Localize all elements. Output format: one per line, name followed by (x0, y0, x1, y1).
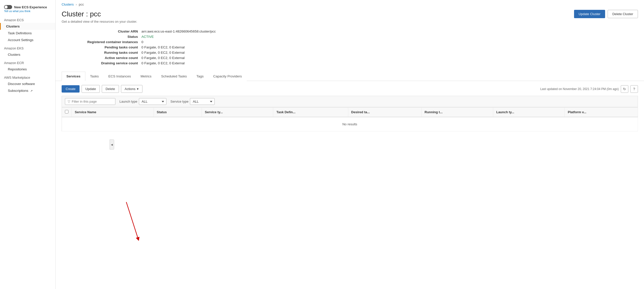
tell-us-link[interactable]: Tell us what you think (0, 10, 55, 15)
refresh-button[interactable]: ↻ (621, 85, 628, 93)
new-ecs-experience-toggle[interactable]: New ECS Experience (0, 3, 55, 10)
filter-row: ▽ Launch type ALL FARGATE EC2 EXTERNAL S… (62, 96, 638, 107)
actions-chevron-icon: ▾ (137, 87, 139, 91)
launch-type-select[interactable]: ALL FARGATE EC2 EXTERNAL (139, 98, 166, 105)
no-results-text: No results (62, 117, 638, 131)
sidebar-section-marketplace: AWS Marketplace (0, 73, 55, 80)
sidebar: New ECS Experience Tell us what you thin… (0, 0, 56, 289)
sidebar-section-eks: Amazon EKS (0, 43, 55, 51)
running-tasks-value: 0 Fargate, 0 EC2, 0 External (141, 51, 185, 54)
cluster-status-value: ACTIVE (141, 35, 154, 39)
actions-dropdown-button[interactable]: Actions ▾ (121, 85, 143, 93)
sidebar-item-subscriptions[interactable]: Subscriptions ↗ (0, 87, 55, 94)
sidebar-item-account-settings[interactable]: Account Settings (0, 37, 55, 43)
tab-tasks[interactable]: Tasks (85, 72, 104, 81)
tab-metrics[interactable]: Metrics (136, 72, 156, 81)
select-all-checkbox[interactable] (65, 110, 68, 113)
refresh-icon: ↻ (623, 87, 626, 91)
cluster-info: Cluster ARN arn:aws:ecs:us-east-1:482660… (56, 27, 644, 72)
red-arrow-annotation (121, 202, 152, 252)
cluster-arn-row: Cluster ARN arn:aws:ecs:us-east-1:482660… (76, 30, 638, 33)
last-updated-text: Last updated on November 20, 2021 7:24:0… (540, 87, 619, 91)
col-service-type: Service ty... (202, 107, 273, 117)
services-table: Service Name Status Service ty... Task D… (62, 107, 638, 131)
external-link-icon: ↗ (30, 89, 33, 92)
sidebar-item-clusters-eks[interactable]: Clusters (0, 51, 55, 58)
col-task-def: Task Defin... (273, 107, 348, 117)
pending-tasks-row: Pending tasks count 0 Fargate, 0 EC2, 0 … (76, 45, 638, 49)
filter-input[interactable] (72, 100, 112, 103)
update-cluster-button[interactable]: Update Cluster (574, 10, 605, 18)
tab-ecs-instances[interactable]: ECS Instances (104, 72, 136, 81)
sidebar-section-ecs: Amazon ECS (0, 15, 55, 23)
active-service-label: Active service count (76, 56, 141, 60)
tab-services[interactable]: Services (62, 72, 85, 81)
draining-service-value: 0 Fargate, 0 EC2, 0 External (141, 61, 185, 65)
sidebar-section-ecr: Amazon ECR (0, 58, 55, 66)
col-checkbox[interactable] (62, 107, 72, 117)
table-header-row: Service Name Status Service ty... Task D… (62, 107, 638, 117)
sidebar-item-discover-software[interactable]: Discover software (0, 80, 55, 87)
launch-type-filter: Launch type ALL FARGATE EC2 EXTERNAL (119, 98, 166, 105)
sidebar-item-clusters-ecs[interactable]: Clusters (0, 23, 55, 30)
breadcrumb-separator: › (76, 3, 77, 6)
breadcrumb: Clusters › pcc (56, 0, 644, 9)
pending-tasks-value: 0 Fargate, 0 EC2, 0 External (141, 45, 185, 49)
pending-tasks-label: Pending tasks count (76, 45, 141, 49)
filter-icon: ▽ (68, 100, 70, 103)
tab-capacity-providers[interactable]: Capacity Providers (208, 72, 246, 81)
draining-service-label: Draining service count (76, 61, 141, 65)
service-type-select[interactable]: ALL REPLICA DAEMON (190, 98, 215, 105)
page-header: Cluster : pcc Update Cluster Delete Clus… (56, 9, 644, 19)
help-button[interactable]: ? (630, 85, 638, 93)
launch-type-label: Launch type (119, 100, 137, 103)
tabs: Services Tasks ECS Instances Metrics Sch… (56, 72, 644, 81)
col-launch-type: Launch ty... (493, 107, 564, 117)
active-service-row: Active service count 0 Fargate, 0 EC2, 0… (76, 56, 638, 60)
col-running-tasks: Running t... (422, 107, 493, 117)
registered-instances-row: Registered container instances 0 (76, 40, 638, 44)
cluster-arn-label: Cluster ARN (76, 30, 141, 33)
tab-scheduled-tasks[interactable]: Scheduled Tasks (156, 72, 192, 81)
registered-instances-label: Registered container instances (76, 40, 141, 44)
running-tasks-row: Running tasks count 0 Fargate, 0 EC2, 0 … (76, 51, 638, 54)
toolbar-right: Last updated on November 20, 2021 7:24:0… (540, 85, 638, 93)
sidebar-collapse-button[interactable]: ◀ (110, 139, 114, 150)
no-results-row: No results (62, 117, 638, 131)
actions-label: Actions (125, 87, 136, 91)
tab-tags[interactable]: Tags (192, 72, 209, 81)
breadcrumb-current: pcc (79, 3, 84, 6)
registered-instances-value: 0 (141, 40, 143, 44)
services-toolbar: Create Update Delete Actions ▾ Last upda… (62, 85, 638, 93)
draining-service-row: Draining service count 0 Fargate, 0 EC2,… (76, 61, 638, 65)
svg-line-1 (126, 202, 138, 237)
services-panel: Create Update Delete Actions ▾ Last upda… (56, 81, 644, 135)
help-icon: ? (633, 87, 635, 91)
cluster-status-row: Status ACTIVE (76, 35, 638, 39)
update-service-button[interactable]: Update (82, 85, 100, 93)
cluster-status-label: Status (76, 35, 141, 39)
col-status: Status (154, 107, 202, 117)
delete-service-button[interactable]: Delete (102, 85, 119, 93)
page-title: Cluster : pcc (62, 10, 101, 18)
toggle-switch-icon[interactable] (4, 5, 12, 9)
active-service-value: 0 Fargate, 0 EC2, 0 External (141, 56, 185, 60)
page-subtitle: Get a detailed view of the resources on … (56, 19, 644, 27)
header-actions: Update Cluster Delete Cluster (574, 10, 638, 18)
col-platform-version: Platform v... (565, 107, 638, 117)
running-tasks-label: Running tasks count (76, 51, 141, 54)
service-type-label: Service type (170, 100, 189, 103)
col-service-name: Service Name (72, 107, 154, 117)
filter-input-wrap[interactable]: ▽ (65, 98, 115, 105)
cluster-arn-value: arn:aws:ecs:us-east-1:482660645658:clust… (141, 30, 216, 33)
create-service-button[interactable]: Create (62, 85, 80, 93)
delete-cluster-button[interactable]: Delete Cluster (608, 10, 638, 18)
service-type-filter: Service type ALL REPLICA DAEMON (170, 98, 215, 105)
breadcrumb-clusters-link[interactable]: Clusters (62, 3, 74, 6)
col-desired-tasks: Desired ta... (348, 107, 421, 117)
sidebar-item-task-definitions[interactable]: Task Definitions (0, 30, 55, 37)
main-content: Clusters › pcc Cluster : pcc Update Clus… (56, 0, 644, 289)
sidebar-item-repositories[interactable]: Repositories (0, 66, 55, 73)
toggle-label: New ECS Experience (14, 5, 47, 9)
